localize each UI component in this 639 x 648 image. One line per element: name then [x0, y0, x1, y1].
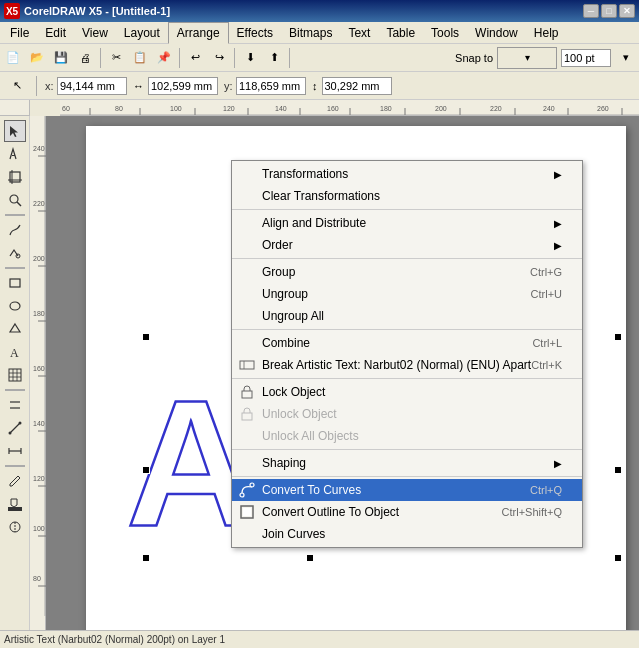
h-value[interactable]: 30,292 mm	[322, 77, 392, 95]
zoom-dropdown[interactable]: ▾	[615, 47, 637, 69]
svg-text:180: 180	[33, 310, 45, 317]
tool-connector[interactable]	[4, 417, 26, 439]
w-icon: ↔	[133, 80, 144, 92]
menu-order[interactable]: Order ▶	[232, 234, 582, 256]
menu-lock-object[interactable]: Lock Object	[232, 381, 582, 403]
redo-button[interactable]: ↪	[208, 47, 230, 69]
menu-break-artistic[interactable]: Break Artistic Text: Narbut02 (Normal) (…	[232, 354, 582, 376]
svg-text:200: 200	[33, 255, 45, 262]
menu-file[interactable]: File	[2, 22, 37, 44]
sep5	[36, 76, 37, 96]
convert-curves-icon	[237, 480, 257, 500]
submenu-arrow2: ▶	[554, 218, 562, 229]
menu-unlock-all[interactable]: Unlock All Objects	[232, 425, 582, 447]
menu-text[interactable]: Text	[340, 22, 378, 44]
x-value[interactable]: 94,144 mm	[57, 77, 127, 95]
tool-interactive-fill[interactable]	[4, 516, 26, 538]
maximize-button[interactable]: □	[601, 4, 617, 18]
menu-join-curves[interactable]: Join Curves	[232, 523, 582, 545]
undo-button[interactable]: ↩	[184, 47, 206, 69]
svg-text:80: 80	[115, 105, 123, 112]
svg-text:A: A	[10, 346, 19, 359]
tool-crop[interactable]	[4, 166, 26, 188]
minimize-button[interactable]: ─	[583, 4, 599, 18]
menu-window[interactable]: Window	[467, 22, 526, 44]
svg-text:220: 220	[490, 105, 502, 112]
h-icon: ↕	[312, 80, 318, 92]
svg-text:60: 60	[62, 105, 70, 112]
menu-bitmaps[interactable]: Bitmaps	[281, 22, 340, 44]
canvas-area: A B C ✕	[46, 116, 639, 630]
snap-label: Snap to	[455, 52, 493, 64]
tool-measure[interactable]	[4, 440, 26, 462]
tool-sep1	[5, 214, 25, 216]
menu-effects[interactable]: Effects	[229, 22, 281, 44]
menu-tools[interactable]: Tools	[423, 22, 467, 44]
menu-convert-curves[interactable]: Convert To Curves Ctrl+Q	[232, 479, 582, 501]
break-icon	[237, 355, 257, 375]
tool-parallel[interactable]	[4, 394, 26, 416]
svg-line-60	[10, 423, 20, 433]
zoom-input[interactable]	[561, 49, 611, 67]
select-tool-indicator[interactable]: ↖	[6, 75, 28, 97]
menu-shaping[interactable]: Shaping ▶	[232, 452, 582, 474]
tool-sep2	[5, 267, 25, 269]
tool-freehand[interactable]	[4, 219, 26, 241]
menu-table[interactable]: Table	[378, 22, 423, 44]
menu-unlock-object[interactable]: Unlock Object	[232, 403, 582, 425]
svg-text:120: 120	[33, 475, 45, 482]
arrange-menu: Transformations ▶ Clear Transformations …	[231, 160, 583, 548]
menu-clear-transformations[interactable]: Clear Transformations	[232, 185, 582, 207]
arrange-dropdown: Transformations ▶ Clear Transformations …	[231, 160, 583, 548]
convert-outline-icon	[237, 502, 257, 522]
menu-convert-outline[interactable]: Convert Outline To Object Ctrl+Shift+Q	[232, 501, 582, 523]
sep3	[234, 48, 235, 68]
tool-table[interactable]	[4, 364, 26, 386]
svg-marker-51	[10, 324, 20, 332]
menu-combine[interactable]: Combine Ctrl+L	[232, 332, 582, 354]
menu-ungroup[interactable]: Ungroup Ctrl+U	[232, 283, 582, 305]
tool-rectangle[interactable]	[4, 272, 26, 294]
svg-rect-49	[10, 279, 20, 287]
tool-shape[interactable]	[4, 143, 26, 165]
submenu-arrow4: ▶	[554, 458, 562, 469]
unlock-icon	[237, 404, 257, 424]
menu-align-distribute[interactable]: Align and Distribute ▶	[232, 212, 582, 234]
snap-dropdown[interactable]: ▾	[497, 47, 557, 69]
close-button[interactable]: ✕	[619, 4, 635, 18]
svg-text:260: 260	[597, 105, 609, 112]
y-label: y:	[224, 80, 232, 92]
coord-w-group: ↔ 102,599 mm	[133, 77, 218, 95]
svg-point-50	[10, 302, 20, 310]
open-button[interactable]: 📂	[26, 47, 48, 69]
copy-button[interactable]: 📋	[129, 47, 151, 69]
menu-group[interactable]: Group Ctrl+G	[232, 261, 582, 283]
print-button[interactable]: 🖨	[74, 47, 96, 69]
tool-ellipse[interactable]	[4, 295, 26, 317]
tool-eyedropper[interactable]	[4, 470, 26, 492]
menu-help[interactable]: Help	[526, 22, 567, 44]
paste-button[interactable]: 📌	[153, 47, 175, 69]
tool-zoom[interactable]	[4, 189, 26, 211]
menu-transformations[interactable]: Transformations ▶	[232, 163, 582, 185]
handle-mr	[614, 466, 622, 474]
tool-select[interactable]	[4, 120, 26, 142]
tool-smart-draw[interactable]	[4, 242, 26, 264]
tool-fill[interactable]	[4, 493, 26, 515]
handle-tl	[142, 333, 150, 341]
menu-layout[interactable]: Layout	[116, 22, 168, 44]
export-button[interactable]: ⬆	[263, 47, 285, 69]
menu-view[interactable]: View	[74, 22, 116, 44]
tool-polygon[interactable]	[4, 318, 26, 340]
w-value[interactable]: 102,599 mm	[148, 77, 218, 95]
menu-edit[interactable]: Edit	[37, 22, 74, 44]
tool-text[interactable]: A	[4, 341, 26, 363]
sep-after-clear	[232, 209, 582, 210]
menu-arrange[interactable]: Arrange	[168, 22, 229, 44]
save-button[interactable]: 💾	[50, 47, 72, 69]
menu-ungroup-all[interactable]: Ungroup All	[232, 305, 582, 327]
cut-button[interactable]: ✂	[105, 47, 127, 69]
y-value[interactable]: 118,659 mm	[236, 77, 306, 95]
import-button[interactable]: ⬇	[239, 47, 261, 69]
new-button[interactable]: 📄	[2, 47, 24, 69]
